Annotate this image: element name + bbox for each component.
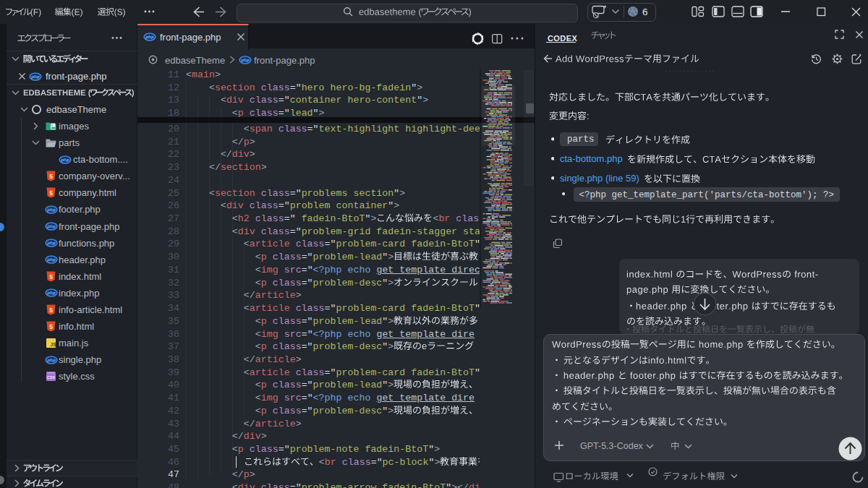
svg-text:php: php [46, 207, 56, 212]
svg-text:CSS: CSS [47, 375, 56, 380]
svg-text:php: php [46, 240, 56, 245]
svg-text:php: php [145, 34, 154, 39]
svg-text:php: php [60, 157, 69, 162]
svg-text:JS: JS [51, 342, 56, 347]
svg-text:5: 5 [49, 306, 53, 313]
svg-text:5: 5 [49, 273, 53, 280]
svg-text:php: php [30, 74, 40, 79]
svg-text:php: php [46, 290, 56, 295]
svg-text:php: php [46, 223, 56, 228]
svg-text:php: php [46, 257, 56, 262]
svg-text:5: 5 [49, 189, 53, 197]
svg-text:5: 5 [49, 322, 53, 330]
svg-text:php: php [46, 357, 56, 362]
svg-text:5: 5 [49, 173, 53, 180]
svg-text:php: php [240, 57, 250, 62]
